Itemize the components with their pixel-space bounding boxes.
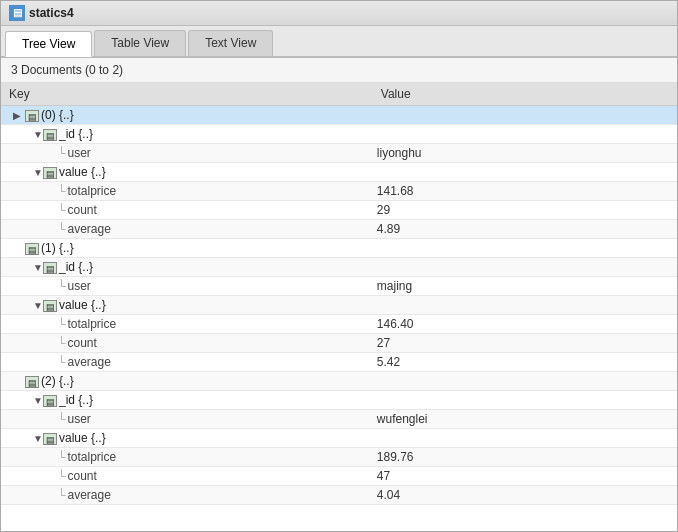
- field-key: user: [68, 146, 91, 160]
- table-row[interactable]: ▤(2) {..}: [1, 372, 677, 391]
- table-row[interactable]: └userliyonghu: [1, 144, 677, 163]
- window-title: statics4: [29, 6, 74, 20]
- val-field-key: average: [68, 222, 111, 236]
- id-label: _id {..}: [59, 393, 93, 407]
- expand-arrow-id[interactable]: ▼: [33, 129, 43, 140]
- tree-table[interactable]: Key Value ▶▤(0) {..}▼▤_id {..}└userliyon…: [1, 83, 677, 531]
- window-icon: ▤: [9, 5, 25, 21]
- tab-tree-view[interactable]: Tree View: [5, 31, 92, 57]
- table-row[interactable]: ▼▤value {..}: [1, 429, 677, 448]
- column-key: Key: [1, 83, 373, 106]
- doc-icon: ▤: [25, 376, 39, 388]
- expand-arrow-id[interactable]: ▼: [33, 262, 43, 273]
- table-row[interactable]: └average4.04: [1, 486, 677, 505]
- val-field-key: average: [68, 355, 111, 369]
- leaf-connector2: └: [57, 203, 66, 217]
- id-icon: ▤: [43, 129, 57, 141]
- table-row[interactable]: ▼▤_id {..}: [1, 125, 677, 144]
- cell-value: [373, 239, 677, 258]
- val-field-key: average: [68, 488, 111, 502]
- cell-value: 4.89: [373, 220, 677, 239]
- cell-value: 189.76: [373, 448, 677, 467]
- cell-value: [373, 106, 677, 125]
- cell-value: [373, 429, 677, 448]
- cell-value: 27: [373, 334, 677, 353]
- table-row[interactable]: └totalprice189.76: [1, 448, 677, 467]
- id-label: _id {..}: [59, 260, 93, 274]
- cell-value: liyonghu: [373, 144, 677, 163]
- leaf-connector2: └: [57, 450, 66, 464]
- doc-count: 3 Documents (0 to 2): [1, 58, 677, 83]
- leaf-connector: └: [57, 412, 66, 426]
- value-label: value {..}: [59, 165, 106, 179]
- table-row[interactable]: └count27: [1, 334, 677, 353]
- val-field-key: count: [68, 469, 97, 483]
- val-icon: ▤: [43, 300, 57, 312]
- cell-value: 47: [373, 467, 677, 486]
- doc-label: (1) {..}: [41, 241, 74, 255]
- val-field-key: count: [68, 336, 97, 350]
- table-row[interactable]: ▶▤(0) {..}: [1, 106, 677, 125]
- tab-table-view[interactable]: Table View: [94, 30, 186, 56]
- val-field-key: totalprice: [68, 317, 117, 331]
- cell-value: [373, 125, 677, 144]
- cell-value: 146.40: [373, 315, 677, 334]
- table-header-row: Key Value: [1, 83, 677, 106]
- cell-value: 141.68: [373, 182, 677, 201]
- table-row[interactable]: └totalprice141.68: [1, 182, 677, 201]
- leaf-connector2: └: [57, 317, 66, 331]
- cell-value: [373, 258, 677, 277]
- val-field-key: totalprice: [68, 450, 117, 464]
- title-bar: ▤ statics4: [1, 1, 677, 26]
- value-label: value {..}: [59, 431, 106, 445]
- leaf-connector2: └: [57, 184, 66, 198]
- table-row[interactable]: └average5.42: [1, 353, 677, 372]
- leaf-connector: └: [57, 279, 66, 293]
- id-icon: ▤: [43, 395, 57, 407]
- table-row[interactable]: ▼▤_id {..}: [1, 391, 677, 410]
- doc-icon: ▤: [25, 243, 39, 255]
- leaf-connector2: └: [57, 488, 66, 502]
- field-key: user: [68, 279, 91, 293]
- table-row[interactable]: ▼▤value {..}: [1, 296, 677, 315]
- leaf-connector: └: [57, 146, 66, 160]
- table-row[interactable]: └count29: [1, 201, 677, 220]
- val-icon: ▤: [43, 433, 57, 445]
- cell-value: [373, 163, 677, 182]
- table-row[interactable]: └average4.89: [1, 220, 677, 239]
- id-icon: ▤: [43, 262, 57, 274]
- expand-arrow-val[interactable]: ▼: [33, 300, 43, 311]
- doc-label: (0) {..}: [41, 108, 74, 122]
- table-row[interactable]: └totalprice146.40: [1, 315, 677, 334]
- cell-value: majing: [373, 277, 677, 296]
- val-field-key: totalprice: [68, 184, 117, 198]
- main-window: ▤ statics4 Tree View Table View Text Vie…: [0, 0, 678, 532]
- table-row[interactable]: ▼▤_id {..}: [1, 258, 677, 277]
- cell-value: wufenglei: [373, 410, 677, 429]
- expand-arrow[interactable]: ▶: [13, 110, 25, 121]
- content-area: 3 Documents (0 to 2) Key Value ▶▤(0) {..…: [1, 57, 677, 531]
- cell-value: 4.04: [373, 486, 677, 505]
- leaf-connector2: └: [57, 222, 66, 236]
- val-field-key: count: [68, 203, 97, 217]
- table-row[interactable]: └userwufenglei: [1, 410, 677, 429]
- column-value: Value: [373, 83, 677, 106]
- leaf-connector2: └: [57, 336, 66, 350]
- field-key: user: [68, 412, 91, 426]
- tab-bar: Tree View Table View Text View: [1, 26, 677, 57]
- cell-value: [373, 296, 677, 315]
- expand-arrow-id[interactable]: ▼: [33, 395, 43, 406]
- doc-icon: ▤: [25, 110, 39, 122]
- expand-arrow-val[interactable]: ▼: [33, 433, 43, 444]
- leaf-connector2: └: [57, 355, 66, 369]
- doc-label: (2) {..}: [41, 374, 74, 388]
- table-row[interactable]: ▤(1) {..}: [1, 239, 677, 258]
- cell-value: 5.42: [373, 353, 677, 372]
- cell-value: [373, 391, 677, 410]
- tab-text-view[interactable]: Text View: [188, 30, 273, 56]
- table-row[interactable]: ▼▤value {..}: [1, 163, 677, 182]
- table-row[interactable]: └usermajing: [1, 277, 677, 296]
- value-label: value {..}: [59, 298, 106, 312]
- expand-arrow-val[interactable]: ▼: [33, 167, 43, 178]
- table-row[interactable]: └count47: [1, 467, 677, 486]
